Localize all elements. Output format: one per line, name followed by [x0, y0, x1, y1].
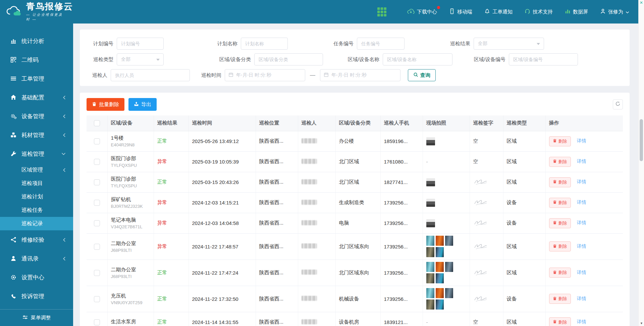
delete-button[interactable]: 删除 [549, 136, 571, 146]
detail-link[interactable]: 详情 [577, 138, 586, 143]
batch-delete-button[interactable]: 批量删除 [87, 98, 124, 111]
table-row: 医院门诊部 TYLFQXSPU 正常 2025-03-15 20:43:26 陕… [87, 172, 623, 192]
row-checkbox[interactable] [94, 244, 100, 250]
row-checkbox[interactable] [94, 319, 100, 325]
detail-link[interactable]: 详情 [577, 199, 586, 205]
plan-no-input[interactable] [117, 38, 164, 50]
device-name-input[interactable] [383, 53, 452, 65]
photo-thumbnail[interactable] [426, 137, 435, 145]
row-checkbox[interactable] [94, 159, 100, 165]
header-menu-item[interactable]: 下载中心 [407, 8, 437, 15]
notification-badge-dot [437, 6, 440, 9]
header-menu-item[interactable]: 工单通知 [484, 8, 513, 15]
detail-link[interactable]: 详情 [577, 243, 586, 249]
row-checkbox[interactable] [94, 270, 100, 276]
header-menu-item[interactable]: 技术支持 [525, 8, 553, 15]
close-icon[interactable]: ✕ [640, 0, 643, 5]
range-separator: — [310, 72, 315, 78]
delete-button[interactable]: 删除 [549, 241, 571, 251]
delete-button[interactable]: 删除 [549, 157, 571, 167]
sidebar-item[interactable]: 二维码 [0, 50, 73, 69]
scrollbar-thumb[interactable] [640, 119, 643, 161]
task-no-input[interactable] [357, 38, 405, 50]
qrcode-icon [10, 57, 17, 63]
device-no-input[interactable] [509, 53, 578, 65]
row-checkbox[interactable] [94, 179, 100, 185]
table-header-row: 区域/设备 巡检结果 巡检时间 巡检位置 巡检人 区域/设备分类 巡检人手机 现… [87, 115, 623, 131]
menu-adjust-button[interactable]: 菜单调整 [0, 309, 73, 326]
sidebar-item[interactable]: 设备管理 [0, 107, 73, 126]
result-badge: 异常 [157, 158, 167, 164]
row-checkbox[interactable] [94, 200, 100, 206]
sidebar-item[interactable]: 通讯录 [0, 249, 73, 268]
inspect-type: 区域 [503, 233, 545, 260]
sidebar-item[interactable]: 区域管理 [0, 163, 73, 177]
device-code: V34Q2E7B671L [111, 224, 150, 229]
header-menu-item[interactable]: 移动端 [449, 8, 472, 15]
page-scrollbar[interactable]: ✕ ▼ [638, 0, 644, 326]
sidebar-item[interactable]: 设置中心 [0, 268, 73, 287]
inspector-input[interactable] [111, 69, 190, 81]
sidebar-item[interactable]: 巡检任务 [0, 203, 73, 217]
type-select[interactable]: 全部 [117, 53, 164, 65]
photo-thumbnails[interactable] [426, 236, 454, 257]
delete-button[interactable]: 删除 [549, 177, 571, 187]
inspector-phone: 1739256... [380, 192, 423, 213]
photo-thumbnails[interactable] [426, 262, 454, 283]
sidebar-item[interactable]: 工单管理 [0, 69, 73, 88]
inspect-time: 2024-12-03 14:04:58 [189, 213, 256, 233]
detail-link[interactable]: 详情 [577, 319, 586, 324]
select-all-checkbox[interactable] [94, 120, 100, 126]
result-select[interactable]: 全部 [474, 38, 544, 50]
delete-button[interactable]: 删除 [549, 198, 571, 208]
plan-name-input[interactable] [241, 38, 288, 50]
caret-down-icon [156, 56, 160, 62]
delete-button[interactable]: 删除 [549, 317, 571, 326]
sidebar-item[interactable]: 巡检记录 [0, 217, 73, 230]
bell-icon [484, 8, 490, 15]
sidebar-item[interactable]: 巡检项目 [0, 177, 73, 190]
sidebar-item[interactable]: 维修经验 [0, 230, 73, 249]
detail-link[interactable]: 详情 [577, 220, 586, 225]
header-menu-item[interactable]: 数据屏 [565, 8, 588, 15]
masked-inspector-name [302, 220, 317, 225]
sidebar-item[interactable]: 投诉管理 [0, 287, 73, 306]
row-checkbox[interactable] [94, 296, 100, 302]
table-row: 二期办公室 J68P93LTI 异常 2024-11-22 17:48:57 陕… [87, 233, 623, 260]
user-menu[interactable]: 张修为 [600, 8, 629, 15]
start-time-input[interactable]: 年-月-日 时:分:秒 [225, 69, 305, 81]
sidebar-item[interactable]: 基础配置 [0, 88, 73, 107]
detail-link[interactable]: 详情 [577, 270, 586, 275]
detail-link[interactable]: 详情 [577, 179, 586, 184]
delete-button[interactable]: 删除 [549, 218, 571, 228]
photo-thumbnail[interactable] [426, 219, 435, 227]
photo-thumbnail[interactable] [426, 199, 435, 207]
device-code: J68P93LTI [111, 248, 150, 253]
sidebar-item[interactable]: 耗材管理 [0, 126, 73, 144]
sidebar-item[interactable]: 巡检管理 [0, 144, 73, 163]
delete-button[interactable]: 删除 [549, 294, 571, 304]
sidebar-item[interactable]: 统计分析 [0, 32, 73, 50]
result-badge: 正常 [157, 296, 167, 301]
apps-grid-icon[interactable] [377, 7, 386, 16]
row-checkbox[interactable] [94, 138, 100, 144]
trash-icon [92, 102, 97, 107]
inspect-time: 2024-11-22 17:47:24 [189, 260, 256, 286]
device-cat-input[interactable] [254, 53, 323, 65]
delete-button[interactable]: 删除 [549, 268, 571, 278]
device-name: 笔记本电脑 [111, 217, 150, 223]
detail-link[interactable]: 详情 [577, 158, 586, 164]
photo-thumbnails[interactable] [426, 288, 454, 310]
detail-link[interactable]: 详情 [577, 296, 586, 301]
sidebar-item[interactable]: 巡检计划 [0, 190, 73, 203]
row-checkbox[interactable] [94, 220, 100, 226]
scroll-down-arrow[interactable]: ▼ [640, 322, 643, 325]
inspector-phone: 1827741... [380, 172, 423, 192]
photo-thumbnail[interactable] [426, 178, 435, 186]
export-button[interactable]: 导出 [128, 98, 157, 111]
trash-icon [553, 244, 557, 249]
filter-panel: 计划编号 计划名称 任务编号 巡检结果 全部 [80, 30, 630, 86]
refresh-button[interactable] [613, 99, 623, 109]
end-time-input[interactable]: 年-月-日 时:分:秒 [320, 69, 400, 81]
search-button[interactable]: 查询 [408, 69, 436, 81]
